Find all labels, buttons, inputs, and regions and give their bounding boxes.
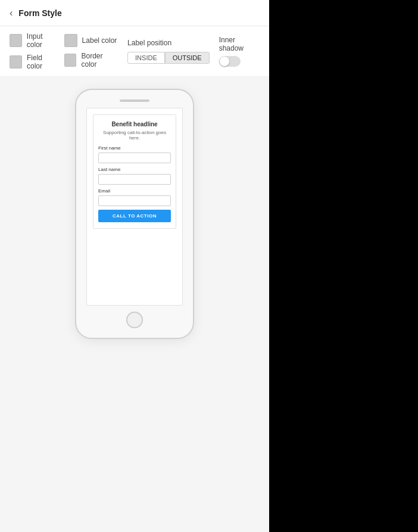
field-color-item: Field color — [10, 54, 58, 70]
toggle-thumb — [220, 57, 229, 66]
inside-button[interactable]: INSIDE — [127, 52, 165, 64]
preview-area: Benefit headline Supporting call-to-acti… — [0, 77, 269, 532]
label-position-group: Label position INSIDE OUTSIDE — [127, 39, 210, 64]
inner-shadow-group: Inner shadow — [219, 36, 260, 67]
benefit-subtext: Supporting call-to-action goes here. — [98, 130, 171, 141]
benefit-headline: Benefit headline — [98, 121, 171, 127]
field-color-label: Field color — [27, 54, 58, 70]
color-row-left: Input color Field color — [10, 32, 58, 70]
field-color-swatch[interactable] — [10, 55, 22, 69]
inner-shadow-toggle[interactable] — [219, 56, 241, 67]
first-name-input[interactable] — [98, 153, 171, 163]
outside-button[interactable]: OUTSIDE — [165, 52, 210, 64]
panel: ‹ Form Style Input color Field color Lab… — [0, 0, 269, 532]
label-position-title: Label position — [127, 39, 210, 47]
last-name-input[interactable] — [98, 174, 171, 185]
header: ‹ Form Style — [0, 0, 269, 26]
phone-speaker — [120, 99, 149, 102]
form-card: Benefit headline Supporting call-to-acti… — [93, 114, 176, 229]
label-color-label: Label color — [82, 36, 117, 45]
input-color-label: Input color — [27, 32, 58, 49]
first-name-label: First name — [98, 145, 171, 151]
inner-shadow-title: Inner shadow — [219, 36, 260, 52]
cta-button[interactable]: CALL TO ACTION — [98, 210, 171, 222]
color-row-right: Label color Border color — [64, 34, 118, 69]
label-color-item: Label color — [64, 34, 118, 47]
email-label: Email — [98, 188, 171, 194]
back-button[interactable]: ‹ Form Style — [10, 8, 62, 18]
page-title: Form Style — [18, 8, 61, 18]
border-color-item: Border color — [64, 52, 118, 69]
last-name-label: Last name — [98, 167, 171, 172]
border-color-label: Border color — [81, 52, 118, 69]
input-color-item: Input color — [10, 32, 58, 49]
border-color-swatch[interactable] — [64, 54, 77, 67]
toolbar: Input color Field color Label color Bord… — [0, 26, 269, 77]
back-arrow-icon: ‹ — [10, 8, 13, 18]
phone-home-button — [126, 312, 143, 328]
label-position-buttons: INSIDE OUTSIDE — [127, 52, 210, 64]
label-color-swatch[interactable] — [64, 34, 77, 47]
input-color-swatch[interactable] — [10, 34, 22, 47]
phone-frame: Benefit headline Supporting call-to-acti… — [75, 89, 194, 339]
phone-screen: Benefit headline Supporting call-to-acti… — [86, 108, 183, 306]
email-input[interactable] — [98, 195, 171, 206]
